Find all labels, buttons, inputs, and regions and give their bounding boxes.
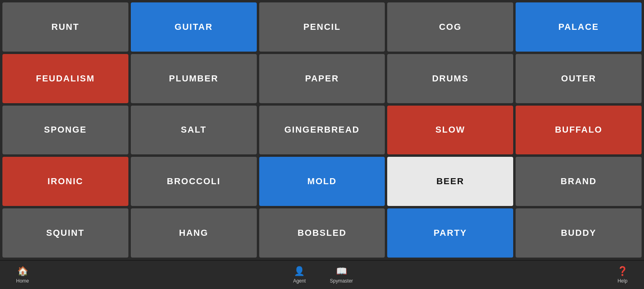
card-salt[interactable]: SALT: [131, 106, 257, 155]
card-pencil[interactable]: PENCIL: [259, 2, 385, 52]
card-beer[interactable]: BEER: [387, 157, 513, 206]
card-paper[interactable]: PAPER: [259, 54, 385, 103]
card-cog[interactable]: COG: [387, 2, 513, 52]
help-nav[interactable]: ❓ Help: [617, 266, 628, 284]
card-squint[interactable]: SQUINT: [2, 208, 128, 258]
card-party[interactable]: PARTY: [387, 208, 513, 258]
help-label: Help: [617, 278, 627, 284]
spymaster-nav[interactable]: 📖 Spymaster: [330, 266, 353, 284]
card-feudalism[interactable]: FEUDALISM: [2, 54, 128, 103]
home-label: Home: [16, 278, 29, 284]
card-plumber[interactable]: PLUMBER: [131, 54, 257, 103]
card-gingerbread[interactable]: GINGERBREAD: [259, 106, 385, 155]
card-brand[interactable]: BRAND: [516, 157, 642, 206]
card-buffalo[interactable]: BUFFALO: [516, 106, 642, 155]
card-mold[interactable]: MOLD: [259, 157, 385, 206]
card-buddy[interactable]: BUDDY: [516, 208, 642, 258]
card-outer[interactable]: OUTER: [516, 54, 642, 103]
card-hang[interactable]: HANG: [131, 208, 257, 258]
spymaster-label: Spymaster: [330, 278, 353, 284]
home-nav[interactable]: 🏠 Home: [16, 266, 29, 284]
bottom-bar: 🏠 Home 👤 Agent 📖 Spymaster ❓ Help: [0, 260, 644, 289]
card-palace[interactable]: PALACE: [516, 2, 642, 52]
card-bobsled[interactable]: BOBSLED: [259, 208, 385, 258]
card-ironic[interactable]: IRONIC: [2, 157, 128, 206]
card-runt[interactable]: RUNT: [2, 2, 128, 52]
card-sponge[interactable]: SPONGE: [2, 106, 128, 155]
card-slow[interactable]: SLOW: [387, 106, 513, 155]
agent-icon: 👤: [294, 266, 305, 277]
card-guitar[interactable]: GUITAR: [131, 2, 257, 52]
center-nav: 👤 Agent 📖 Spymaster: [293, 266, 353, 284]
agent-label: Agent: [293, 278, 305, 284]
spymaster-icon: 📖: [336, 266, 347, 277]
home-icon: 🏠: [17, 266, 28, 277]
agent-nav[interactable]: 👤 Agent: [293, 266, 305, 284]
game-grid: RUNTGUITARPENCILCOGPALACEFEUDALISMPLUMBE…: [0, 0, 644, 260]
card-broccoli[interactable]: BROCCOLI: [131, 157, 257, 206]
help-icon: ❓: [617, 266, 628, 277]
card-drums[interactable]: DRUMS: [387, 54, 513, 103]
